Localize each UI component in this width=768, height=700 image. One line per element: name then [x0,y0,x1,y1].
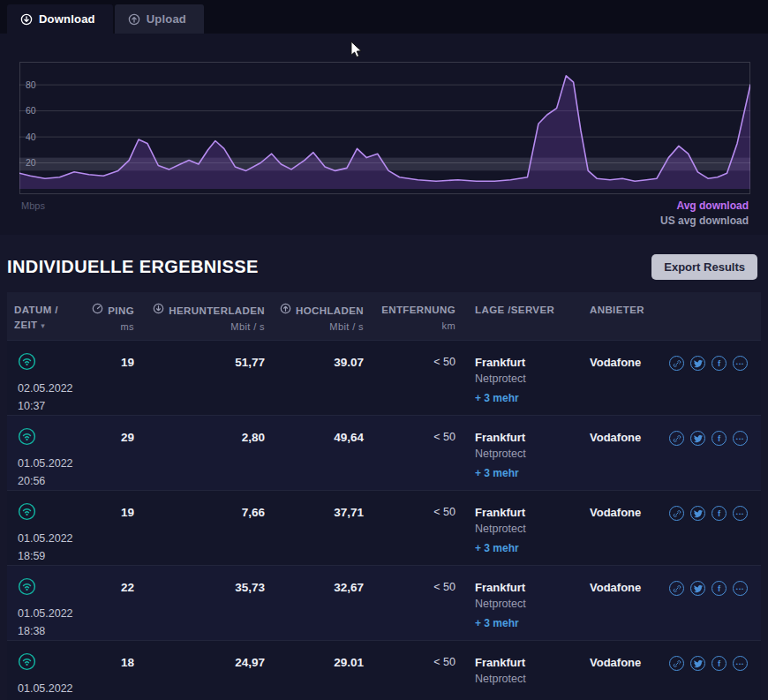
upload-value: 39.07 [277,341,376,415]
server-name: Netprotect [475,448,583,460]
more-servers-link[interactable]: + 3 mehr [475,617,519,629]
twitter-icon[interactable] [690,431,705,446]
link-icon[interactable] [669,656,684,671]
upload-value: 32,67 [277,566,376,640]
more-servers-link[interactable]: + 3 mehr [475,392,519,404]
more-options-icon[interactable]: ••• [733,431,748,446]
column-header-datum-zeit[interactable]: DATUM / ZEIT ▾ [7,292,92,340]
ping-icon [92,303,103,319]
download-value: 51,77 [147,341,277,415]
column-header-hochladen[interactable]: HOCHLADEN Mbit / s [277,292,376,340]
server-name: Netprotect [475,673,583,685]
facebook-icon[interactable]: f [712,356,727,371]
results-table: DATUM / ZEIT ▾ PING ms HE [7,292,761,700]
download-value: 24,97 [147,641,277,700]
table-header: DATUM / ZEIT ▾ PING ms HE [7,292,761,340]
result-time: 18:38 [18,622,92,640]
ping-value: 29 [92,416,147,490]
datum-zeit-cell: 01.05.2022 18:59 [7,491,92,565]
server-cell: Frankfurt Netprotect + 3 mehr [468,341,583,415]
server-city: Frankfurt [475,431,583,444]
results-heading-row: INDIVIDUELLE ERGEBNISSE Export Results [0,235,768,292]
twitter-icon[interactable] [690,581,705,596]
more-options-icon[interactable]: ••• [733,506,748,521]
distance-value: < 50 [376,491,468,565]
result-date: 01.05.2022 [18,455,92,472]
distance-value: < 50 [376,341,468,415]
more-options-icon[interactable]: ••• [733,356,748,371]
link-icon[interactable] [669,431,684,446]
share-actions: f ••• [669,641,768,700]
twitter-icon[interactable] [690,506,705,521]
result-time: 18:59 [18,547,92,565]
link-icon[interactable] [669,356,684,371]
server-city: Frankfurt [475,656,583,669]
more-options-icon[interactable]: ••• [733,656,748,671]
download-value: 7,66 [147,491,277,565]
export-results-button[interactable]: Export Results [651,254,757,280]
download-value: 35,73 [147,566,277,640]
server-cell: Frankfurt Netprotect + 3 mehr [468,566,583,640]
tab-download-label: Download [39,12,95,26]
provider-name: Vodafone [583,641,669,700]
twitter-icon[interactable] [690,656,705,671]
more-options-icon[interactable]: ••• [733,581,748,596]
wifi-connection-icon [18,577,92,598]
svg-text:60: 60 [26,105,36,116]
result-date: 01.05.2022 [18,680,92,697]
provider-name: Vodafone [583,341,669,415]
upload-value: 49,64 [277,416,376,490]
more-servers-link[interactable]: + 3 mehr [475,542,519,554]
column-header-ping[interactable]: PING ms [92,292,147,340]
server-name: Netprotect [475,598,583,610]
table-row: 01.05.2022 20:56 29 2,80 49,64 < 50 Fran… [7,415,761,490]
distance-value: < 50 [376,566,468,640]
server-name: Netprotect [475,373,583,385]
mouse-cursor [350,41,363,63]
ping-value: 19 [92,491,147,565]
column-header-entfernung[interactable]: ENTFERNUNG km [376,292,468,340]
column-header-anbieter[interactable]: ANBIETER [583,292,669,340]
upload-value: 37,71 [277,491,376,565]
provider-name: Vodafone [583,491,669,565]
wifi-connection-icon [18,427,92,448]
facebook-icon[interactable]: f [712,431,727,446]
ping-value: 19 [92,341,147,415]
more-servers-link[interactable]: + 3 mehr [475,467,519,479]
table-body: 02.05.2022 10:37 19 51,77 39.07 < 50 Fra… [7,340,761,700]
download-speed-chart: 20406080 [19,62,750,194]
column-header-herunterladen[interactable]: HERUNTERLADEN Mbit / s [147,292,277,340]
datum-zeit-cell: 01.05.2022 20:56 [7,416,92,490]
link-icon[interactable] [669,581,684,596]
datum-zeit-cell: 01.05.2022 18:22 [7,641,92,700]
wifi-connection-icon [18,352,92,373]
chart-legend: Avg download US avg download [660,199,749,229]
ping-value: 18 [92,641,147,700]
upload-value: 29.01 [277,641,376,700]
facebook-icon[interactable]: f [712,656,727,671]
share-actions: f ••• [669,566,768,640]
table-row: 01.05.2022 18:38 22 35,73 32,67 < 50 Fra… [7,565,761,640]
provider-name: Vodafone [583,566,669,640]
upload-icon [128,13,140,26]
server-city: Frankfurt [475,506,583,519]
server-cell: Frankfurt Netprotect + 3 mehr [468,416,583,490]
column-header-lage-server[interactable]: LAGE /SERVER [468,292,583,340]
tab-download[interactable]: Download [7,4,113,34]
table-row: 01.05.2022 18:59 19 7,66 37,71 < 50 Fran… [7,490,761,565]
share-actions: f ••• [669,491,768,565]
chart-tabbar: Download Upload [0,0,768,34]
wifi-connection-icon [18,652,92,674]
legend-avg-download: Avg download [660,199,749,214]
distance-value: < 50 [376,416,468,490]
datum-zeit-cell: 01.05.2022 18:38 [7,566,92,640]
tab-upload[interactable]: Upload [115,4,204,34]
link-icon[interactable] [669,506,684,521]
ping-value: 22 [92,566,147,640]
facebook-icon[interactable]: f [712,581,727,596]
svg-text:40: 40 [26,132,36,142]
twitter-icon[interactable] [690,356,705,371]
share-actions: f ••• [669,416,768,490]
facebook-icon[interactable]: f [712,506,727,521]
svg-text:80: 80 [26,79,36,90]
